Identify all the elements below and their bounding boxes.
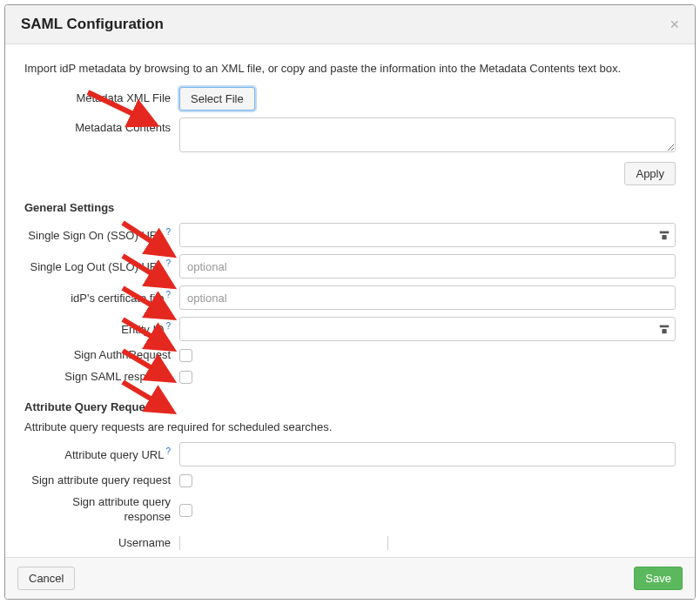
apply-button[interactable]: Apply [624, 162, 676, 185]
idp-cert-label: idP's certificate file? [24, 289, 179, 306]
general-settings-heading: General Settings [24, 201, 676, 214]
username-input[interactable] [179, 536, 388, 550]
attrq-url-input[interactable] [179, 442, 676, 466]
slo-url-input[interactable] [179, 254, 676, 279]
sign-attrq-resp-label: Sign attribute query response [24, 495, 179, 525]
slo-url-label: Single Log Out (SLO) URL? [24, 258, 179, 275]
sign-attrq-req-checkbox[interactable] [179, 474, 192, 487]
idp-cert-input[interactable] [179, 285, 676, 310]
svg-rect-1 [662, 235, 666, 239]
close-icon[interactable]: × [670, 17, 679, 32]
dialog-body: Import idP metadata by browsing to an XM… [5, 44, 695, 557]
saml-config-dialog: SAML Configuration × Import idP metadata… [4, 4, 696, 600]
row-sign-authn: Sign AuthnRequest [24, 348, 676, 363]
row-metadata-contents: Metadata Contents [24, 117, 676, 155]
svg-rect-0 [660, 232, 670, 234]
help-icon[interactable]: ? [165, 258, 171, 268]
svg-rect-2 [660, 325, 670, 328]
entity-id-label: Entity ID? [24, 320, 179, 338]
slo-url-label-text: Single Log Out (SLO) URL [30, 260, 165, 273]
sso-url-label: Single Sign On (SSO) URL? [24, 226, 179, 244]
row-sign-attrq-resp: Sign attribute query response [24, 495, 676, 525]
metadata-contents-textarea[interactable] [179, 117, 676, 152]
attrq-url-label: Attribute query URL? [24, 446, 179, 463]
idp-cert-label-text: idP's certificate file [71, 292, 164, 305]
svg-rect-3 [662, 329, 666, 333]
dialog-title: SAML Configuration [21, 16, 164, 33]
sign-saml-label: Sign SAML response [24, 370, 179, 385]
help-icon[interactable]: ? [165, 321, 171, 331]
row-attrq-url: Attribute query URL? [24, 442, 676, 466]
attrq-subtext: Attribute query requests are required fo… [24, 420, 676, 433]
sign-saml-checkbox[interactable] [179, 371, 192, 384]
sign-attrq-resp-checkbox[interactable] [179, 504, 192, 517]
cancel-button[interactable]: Cancel [17, 567, 75, 590]
row-idp-cert: idP's certificate file? [24, 285, 676, 310]
select-file-button[interactable]: Select File [179, 87, 255, 111]
entity-id-label-text: Entity ID [121, 323, 164, 336]
help-icon[interactable]: ? [165, 446, 171, 456]
required-icon [658, 229, 670, 241]
metadata-contents-label: Metadata Contents [24, 117, 179, 136]
metadata-xml-label: Metadata XML File [24, 91, 179, 106]
sign-attrq-req-label: Sign attribute query request [24, 473, 179, 488]
row-sso-url: Single Sign On (SSO) URL? [24, 223, 676, 247]
help-icon[interactable]: ? [165, 227, 171, 237]
entity-id-input[interactable] [179, 317, 676, 341]
intro-text: Import idP metadata by browsing to an XM… [24, 62, 676, 75]
attrq-heading: Attribute Query Requests [24, 400, 676, 413]
row-sign-attrq-req: Sign attribute query request [24, 473, 676, 488]
sso-url-input[interactable] [179, 223, 676, 247]
required-icon [658, 323, 670, 335]
help-icon[interactable]: ? [165, 290, 171, 299]
username-label: Username [24, 536, 179, 550]
row-sign-saml: Sign SAML response [24, 370, 676, 385]
apply-row: Apply [24, 162, 676, 185]
row-slo-url: Single Log Out (SLO) URL? [24, 254, 676, 279]
dialog-footer: Cancel Save [5, 557, 695, 599]
row-metadata-xml: Metadata XML File Select File [24, 87, 676, 111]
sign-authn-label: Sign AuthnRequest [24, 348, 179, 363]
dialog-header: SAML Configuration × [5, 5, 695, 44]
sign-authn-checkbox[interactable] [179, 349, 192, 362]
sso-url-label-text: Single Sign On (SSO) URL [28, 229, 164, 242]
row-username: Username [24, 536, 676, 550]
attrq-url-label-text: Attribute query URL [64, 448, 164, 461]
save-button[interactable]: Save [634, 567, 683, 590]
row-entity-id: Entity ID? [24, 317, 676, 341]
